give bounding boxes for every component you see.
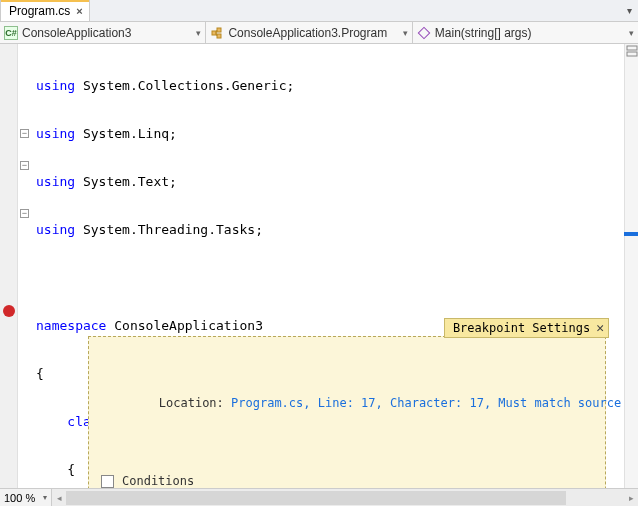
method-icon (417, 26, 431, 40)
code-area[interactable]: using System.Collections.Generic; using … (32, 44, 624, 488)
chevron-down-icon: ▾ (629, 28, 634, 38)
outline-gutter[interactable]: − − − (18, 44, 32, 488)
chevron-down-icon: ▾ (43, 493, 47, 502)
svg-line-3 (216, 30, 217, 33)
scroll-right-arrow[interactable]: ▸ (624, 493, 638, 503)
conditions-label: Conditions (122, 473, 194, 488)
svg-rect-7 (627, 52, 637, 56)
conditions-row: Conditions (101, 473, 593, 488)
nav-class-combo[interactable]: ConsoleApplication3.Program ▾ (206, 22, 412, 43)
nav-project-combo[interactable]: C# ConsoleApplication3 ▾ (0, 22, 206, 43)
fold-toggle[interactable]: − (20, 129, 29, 138)
horizontal-scrollbar[interactable]: ◂ ▸ (52, 489, 638, 506)
chevron-down-icon: ▾ (196, 28, 201, 38)
tab-overflow-button[interactable]: ▾ (620, 0, 638, 21)
nav-project-label: ConsoleApplication3 (22, 26, 131, 40)
split-window-icon[interactable] (626, 45, 638, 57)
breakpoint-location-link[interactable]: Program.cs, Line: 17, Character: 17, Mus… (231, 396, 621, 410)
tab-close-icon[interactable]: × (76, 5, 82, 17)
svg-rect-1 (217, 28, 221, 32)
breakpoint-gutter[interactable] (0, 44, 18, 488)
scroll-left-arrow[interactable]: ◂ (52, 493, 66, 503)
tab-strip: Program.cs × ▾ (0, 0, 638, 22)
chevron-down-icon: ▾ (403, 28, 408, 38)
breakpoint-settings-panel: Location: Program.cs, Line: 17, Characte… (88, 336, 606, 488)
nav-member-label: Main(string[] args) (435, 26, 532, 40)
nav-member-combo[interactable]: Main(string[] args) ▾ (413, 22, 638, 43)
scroll-track[interactable] (66, 491, 624, 505)
svg-rect-0 (212, 31, 216, 35)
svg-line-4 (216, 33, 217, 36)
zoom-value: 100 % (4, 492, 35, 504)
tab-label: Program.cs (9, 4, 70, 18)
csharp-project-icon: C# (4, 26, 18, 40)
fold-toggle[interactable]: − (20, 161, 29, 170)
breakpoint-settings-header: Breakpoint Settings ✕ (444, 318, 609, 338)
caret-position-marker (624, 232, 638, 236)
class-icon (210, 26, 224, 40)
close-icon[interactable]: ✕ (596, 320, 604, 336)
breakpoint-location: Location: Program.cs, Line: 17, Characte… (101, 379, 593, 427)
tab-program-cs[interactable]: Program.cs × (0, 0, 90, 21)
breakpoint-marker[interactable] (3, 305, 15, 317)
svg-rect-5 (418, 27, 429, 38)
scroll-thumb[interactable] (66, 491, 566, 505)
status-bar: 100 % ▾ ◂ ▸ (0, 488, 638, 506)
editor: − − − using System.Collections.Generic; … (0, 44, 638, 488)
svg-rect-6 (627, 46, 637, 50)
annotation-ruler[interactable] (624, 44, 638, 488)
breakpoint-settings-title: Breakpoint Settings (453, 320, 590, 336)
nav-class-label: ConsoleApplication3.Program (228, 26, 387, 40)
tab-empty-area (90, 0, 620, 21)
zoom-combo[interactable]: 100 % ▾ (0, 489, 52, 506)
fold-toggle[interactable]: − (20, 209, 29, 218)
conditions-checkbox[interactable] (101, 475, 114, 488)
svg-rect-2 (217, 34, 221, 38)
navigation-bar: C# ConsoleApplication3 ▾ ConsoleApplicat… (0, 22, 638, 44)
